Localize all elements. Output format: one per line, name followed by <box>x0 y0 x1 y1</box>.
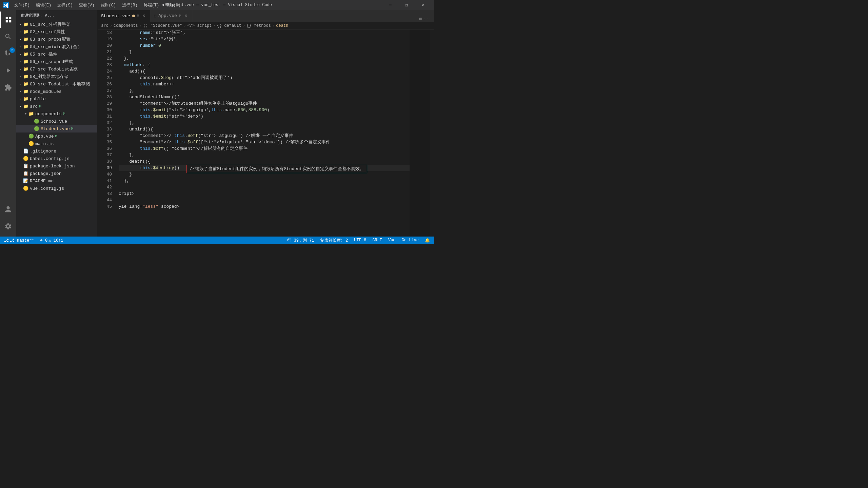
folder-icon: 📁 <box>23 74 28 79</box>
tree-label: 07_src_TodoList案例 <box>30 66 78 72</box>
line-number: 33 <box>98 126 112 133</box>
code-text: this.$emit("str">'demo' <box>119 113 201 120</box>
tree-label: babel.config.js <box>30 156 70 161</box>
code-line: } <box>119 49 410 55</box>
line-number: 20 <box>98 42 112 49</box>
tree-item[interactable]: ▸📁02_src_ref属性 <box>16 28 97 36</box>
activity-search[interactable] <box>0 28 16 45</box>
code-content[interactable]: name:"str">'张三', sex:"str">'男', number:0… <box>115 29 410 237</box>
line-number: 24 <box>98 68 112 75</box>
tree-item[interactable]: ▾📁componentsM <box>16 110 97 118</box>
tree-item[interactable]: ▸📁06_src_scoped样式 <box>16 58 97 65</box>
line-number: 23 <box>98 62 112 68</box>
breadcrumb-methods[interactable]: {} methods <box>246 23 271 28</box>
line-number: 18 <box>98 29 112 36</box>
tree-item[interactable]: 🟡vue.config.js <box>16 185 97 192</box>
activity-settings[interactable] <box>0 218 16 235</box>
activity-run[interactable] <box>0 62 16 79</box>
tree-item[interactable]: 📋package.json <box>16 170 97 177</box>
window-controls: ─ ❐ ✕ <box>382 0 431 10</box>
tree-label: 09_src_TodoList_本地存储 <box>30 81 90 87</box>
tab-size[interactable]: 制表符长度: 2 <box>319 238 350 243</box>
menu-file[interactable]: 文件(F) <box>12 2 33 9</box>
tree-item[interactable]: ▸📁node_modules <box>16 88 97 95</box>
modified-indicator: M <box>71 127 74 131</box>
tab-close-button[interactable]: × <box>141 13 146 19</box>
tree-item[interactable]: ▸📁01_src_分析脚手架 <box>16 21 97 28</box>
line-number: 43 <box>98 190 112 197</box>
line-number: 40 <box>98 171 112 178</box>
breadcrumb-components[interactable]: components <box>114 23 138 28</box>
cursor-position[interactable]: 行 39，列 71 <box>286 238 315 243</box>
go-live-label: Go Live <box>402 238 419 243</box>
breadcrumb-file[interactable]: ⟨⟩ "Student.vue" <box>143 23 182 28</box>
code-line: }, <box>119 178 410 184</box>
activity-explorer[interactable] <box>0 12 16 28</box>
tree-item[interactable]: 🟢School.vue <box>16 118 97 125</box>
breadcrumb-script[interactable]: </> script <box>188 23 212 28</box>
menu-goto[interactable]: 转到(G) <box>98 2 119 9</box>
activity-extensions[interactable] <box>0 79 16 96</box>
code-text: number:0 <box>119 42 161 49</box>
git-branch[interactable]: ⎇ ⎇ master* <box>3 238 36 243</box>
git-branch-label: ⎇ master* <box>10 238 34 243</box>
tree-item[interactable]: 📄.gitignore <box>16 147 97 155</box>
scrollbar-track[interactable] <box>430 29 434 237</box>
menu-view[interactable]: 查看(V) <box>76 2 97 9</box>
status-bar: ⎇ ⎇ master* ⊗ 0 ⚠ 16↑1 行 39，列 71 制表符长度: … <box>0 237 434 244</box>
tree-arrow: ▸ <box>18 37 23 41</box>
encoding[interactable]: UTF-8 <box>353 238 368 243</box>
language-mode[interactable]: Vue <box>387 238 397 243</box>
minimize-button[interactable]: ─ <box>382 0 398 10</box>
menu-edit[interactable]: 编辑(E) <box>33 2 54 9</box>
close-button[interactable]: ✕ <box>415 0 431 10</box>
tree-item[interactable]: ▾📁srcM <box>16 103 97 110</box>
activity-source-control[interactable]: 2 <box>0 45 16 62</box>
tree-item[interactable]: 🟡babel.config.js <box>16 155 97 162</box>
activity-account[interactable] <box>0 201 16 218</box>
more-actions-icon[interactable]: ··· <box>423 17 431 22</box>
menu-select[interactable]: 选择(S) <box>55 2 76 9</box>
split-editor-icon[interactable]: ⊞ <box>419 16 422 22</box>
tree-item[interactable]: ▸📁07_src_TodoList案例 <box>16 65 97 73</box>
errors-warnings[interactable]: ⊗ 0 ⚠ 16↑1 <box>39 238 65 243</box>
menu-terminal[interactable]: 终端(T) <box>141 2 162 9</box>
maximize-button[interactable]: ❐ <box>399 0 414 10</box>
tree-label: 02_src_ref属性 <box>30 29 65 35</box>
file-icon: 🟡 <box>23 156 28 161</box>
tree-label: 01_src_分析脚手架 <box>30 21 71 27</box>
tree-item[interactable]: 🟢Student.vueM <box>16 125 97 133</box>
tree-arrow: ▾ <box>18 104 23 108</box>
menu-bar: 文件(F) 编辑(E) 选择(S) 查看(V) 转到(G) 运行(R) 终端(T… <box>12 2 183 9</box>
tree-item[interactable]: ▸📁08_浏览器本地存储 <box>16 73 97 80</box>
tree-item[interactable]: ▸📁04_src_mixin混入(合) <box>16 43 97 50</box>
line-ending[interactable]: CRLF <box>371 238 383 243</box>
editor-actions: ⊞ ··· <box>417 16 434 22</box>
tree-label: components <box>35 111 62 117</box>
tab-size-label: 制表符长度: 2 <box>320 238 348 243</box>
line-number: 31 <box>98 113 112 120</box>
tree-item[interactable]: 📝README.md <box>16 177 97 185</box>
go-live[interactable]: Go Live <box>400 238 420 243</box>
tree-arrow: ▸ <box>18 45 23 49</box>
code-line: unbind(){ <box>119 126 410 133</box>
tab-app-vue-icon: ◻ <box>154 13 156 19</box>
tree-item[interactable]: ▸📁public <box>16 95 97 103</box>
menu-run[interactable]: 运行(R) <box>119 2 140 9</box>
status-right: 行 39，列 71 制表符长度: 2 UTF-8 CRLF Vue Go Liv… <box>286 238 431 243</box>
breadcrumb-default[interactable]: {} default <box>217 23 241 28</box>
breadcrumb-src[interactable]: src <box>101 23 108 28</box>
tab-app-vue-label: App.vue <box>158 13 177 18</box>
notifications[interactable]: 🔔 <box>423 238 431 243</box>
line-number: 29 <box>98 100 112 107</box>
tree-item[interactable]: 🟢App.vueM <box>16 133 97 140</box>
tab-app-close-button[interactable]: × <box>183 13 189 19</box>
line-number: 42 <box>98 184 112 190</box>
tree-item[interactable]: 🟡main.js <box>16 140 97 147</box>
tree-item[interactable]: 📋package-lock.json <box>16 162 97 170</box>
tree-item[interactable]: ▸📁05_src_插件 <box>16 50 97 58</box>
tab-student-vue[interactable]: Student.vue M × <box>98 10 150 22</box>
tree-item[interactable]: ▸📁03_src_props配置 <box>16 36 97 43</box>
tab-app-vue[interactable]: ◻ App.vue M × <box>150 10 192 22</box>
tree-item[interactable]: ▸📁09_src_TodoList_本地存储 <box>16 80 97 88</box>
